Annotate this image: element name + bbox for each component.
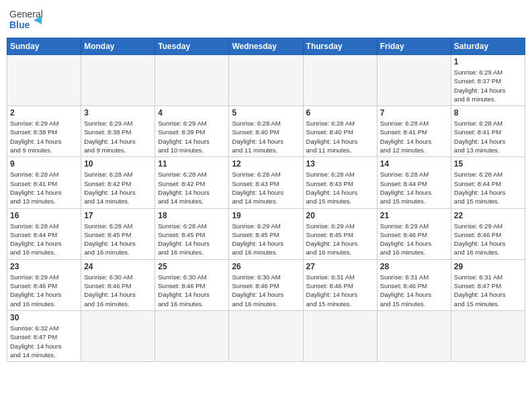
calendar-cell: 4Sunrise: 6:29 AM Sunset: 8:39 PM Daylig… [155, 106, 229, 157]
day-info: Sunrise: 6:29 AM Sunset: 8:46 PM Dayligh… [10, 273, 78, 308]
day-header-saturday: Saturday [451, 38, 525, 55]
day-header-tuesday: Tuesday [155, 38, 229, 55]
logo: GeneralBlue [9, 7, 43, 34]
calendar-cell [377, 310, 451, 361]
calendar-cell: 19Sunrise: 6:29 AM Sunset: 8:45 PM Dayli… [229, 208, 303, 259]
day-header-sunday: Sunday [7, 38, 81, 55]
calendar-cell: 17Sunrise: 6:28 AM Sunset: 8:45 PM Dayli… [81, 208, 155, 259]
calendar-cell: 22Sunrise: 6:29 AM Sunset: 8:46 PM Dayli… [451, 208, 525, 259]
calendar-cell [155, 310, 229, 361]
calendar-cell: 26Sunrise: 6:30 AM Sunset: 8:46 PM Dayli… [229, 259, 303, 310]
day-number: 20 [306, 211, 374, 220]
calendar-cell [81, 55, 155, 106]
calendar-week-row: 30Sunrise: 6:32 AM Sunset: 8:47 PM Dayli… [7, 310, 525, 361]
calendar-cell: 30Sunrise: 6:32 AM Sunset: 8:47 PM Dayli… [7, 310, 81, 361]
day-info: Sunrise: 6:29 AM Sunset: 8:38 PM Dayligh… [10, 119, 78, 154]
day-info: Sunrise: 6:30 AM Sunset: 8:46 PM Dayligh… [84, 273, 152, 308]
calendar-cell [229, 55, 303, 106]
day-number: 26 [232, 262, 300, 271]
day-info: Sunrise: 6:32 AM Sunset: 8:47 PM Dayligh… [10, 324, 78, 359]
day-header-wednesday: Wednesday [229, 38, 303, 55]
calendar-cell: 13Sunrise: 6:28 AM Sunset: 8:43 PM Dayli… [303, 157, 377, 208]
day-number: 24 [84, 262, 152, 271]
calendar-cell: 10Sunrise: 6:28 AM Sunset: 8:42 PM Dayli… [81, 157, 155, 208]
day-info: Sunrise: 6:29 AM Sunset: 8:39 PM Dayligh… [158, 119, 226, 154]
day-info: Sunrise: 6:28 AM Sunset: 8:45 PM Dayligh… [84, 222, 152, 257]
general-blue-logo-icon: GeneralBlue [9, 7, 43, 34]
calendar-cell: 2Sunrise: 6:29 AM Sunset: 8:38 PM Daylig… [7, 106, 81, 157]
day-number: 6 [306, 108, 374, 118]
day-number: 22 [454, 211, 522, 220]
calendar-cell: 24Sunrise: 6:30 AM Sunset: 8:46 PM Dayli… [81, 259, 155, 310]
calendar-header-row: SundayMondayTuesdayWednesdayThursdayFrid… [7, 38, 525, 55]
calendar-cell: 3Sunrise: 6:29 AM Sunset: 8:38 PM Daylig… [81, 106, 155, 157]
day-number: 18 [158, 211, 226, 220]
day-number: 21 [380, 211, 448, 220]
day-number: 4 [158, 108, 226, 118]
calendar-cell: 27Sunrise: 6:31 AM Sunset: 8:46 PM Dayli… [303, 259, 377, 310]
day-number: 12 [232, 159, 300, 169]
day-info: Sunrise: 6:28 AM Sunset: 8:41 PM Dayligh… [454, 119, 522, 154]
day-number: 11 [158, 159, 226, 169]
day-info: Sunrise: 6:28 AM Sunset: 8:42 PM Dayligh… [84, 170, 152, 205]
day-number: 29 [454, 262, 522, 271]
day-info: Sunrise: 6:28 AM Sunset: 8:41 PM Dayligh… [10, 170, 78, 205]
day-info: Sunrise: 6:28 AM Sunset: 8:44 PM Dayligh… [10, 222, 78, 257]
calendar-cell: 28Sunrise: 6:31 AM Sunset: 8:46 PM Dayli… [377, 259, 451, 310]
day-number: 25 [158, 262, 226, 271]
day-number: 8 [454, 108, 522, 118]
calendar-cell: 15Sunrise: 6:28 AM Sunset: 8:44 PM Dayli… [451, 157, 525, 208]
day-number: 1 [454, 57, 522, 66]
calendar-cell: 14Sunrise: 6:28 AM Sunset: 8:44 PM Dayli… [377, 157, 451, 208]
calendar-cell [377, 55, 451, 106]
day-number: 9 [10, 159, 78, 169]
calendar-cell: 20Sunrise: 6:29 AM Sunset: 8:45 PM Dayli… [303, 208, 377, 259]
day-info: Sunrise: 6:28 AM Sunset: 8:43 PM Dayligh… [232, 170, 300, 205]
day-info: Sunrise: 6:28 AM Sunset: 8:40 PM Dayligh… [306, 119, 374, 154]
calendar-cell: 21Sunrise: 6:29 AM Sunset: 8:46 PM Dayli… [377, 208, 451, 259]
day-info: Sunrise: 6:28 AM Sunset: 8:43 PM Dayligh… [306, 170, 374, 205]
calendar-cell [155, 55, 229, 106]
calendar-cell: 25Sunrise: 6:30 AM Sunset: 8:46 PM Dayli… [155, 259, 229, 310]
day-number: 2 [10, 108, 78, 118]
day-info: Sunrise: 6:28 AM Sunset: 8:45 PM Dayligh… [158, 222, 226, 257]
day-info: Sunrise: 6:28 AM Sunset: 8:41 PM Dayligh… [380, 119, 448, 154]
day-info: Sunrise: 6:31 AM Sunset: 8:46 PM Dayligh… [306, 273, 374, 308]
day-number: 28 [380, 262, 448, 271]
day-number: 30 [10, 313, 78, 322]
calendar-cell: 8Sunrise: 6:28 AM Sunset: 8:41 PM Daylig… [451, 106, 525, 157]
calendar-cell: 1Sunrise: 6:29 AM Sunset: 8:37 PM Daylig… [451, 55, 525, 106]
day-number: 5 [232, 108, 300, 118]
day-number: 7 [380, 108, 448, 118]
calendar-cell: 9Sunrise: 6:28 AM Sunset: 8:41 PM Daylig… [7, 157, 81, 208]
calendar-week-row: 23Sunrise: 6:29 AM Sunset: 8:46 PM Dayli… [7, 259, 525, 310]
day-info: Sunrise: 6:28 AM Sunset: 8:44 PM Dayligh… [454, 170, 522, 205]
calendar-cell [303, 55, 377, 106]
day-info: Sunrise: 6:30 AM Sunset: 8:46 PM Dayligh… [158, 273, 226, 308]
day-number: 16 [10, 211, 78, 220]
day-number: 10 [84, 159, 152, 169]
day-info: Sunrise: 6:31 AM Sunset: 8:47 PM Dayligh… [454, 273, 522, 308]
day-info: Sunrise: 6:29 AM Sunset: 8:46 PM Dayligh… [380, 222, 448, 257]
day-info: Sunrise: 6:28 AM Sunset: 8:40 PM Dayligh… [232, 119, 300, 154]
day-info: Sunrise: 6:28 AM Sunset: 8:44 PM Dayligh… [380, 170, 448, 205]
calendar-week-row: 9Sunrise: 6:28 AM Sunset: 8:41 PM Daylig… [7, 157, 525, 208]
day-number: 15 [454, 159, 522, 169]
calendar-cell: 18Sunrise: 6:28 AM Sunset: 8:45 PM Dayli… [155, 208, 229, 259]
svg-text:General: General [9, 9, 43, 19]
calendar-cell: 16Sunrise: 6:28 AM Sunset: 8:44 PM Dayli… [7, 208, 81, 259]
day-info: Sunrise: 6:31 AM Sunset: 8:46 PM Dayligh… [380, 273, 448, 308]
day-header-monday: Monday [81, 38, 155, 55]
day-info: Sunrise: 6:29 AM Sunset: 8:38 PM Dayligh… [84, 119, 152, 154]
day-number: 3 [84, 108, 152, 118]
calendar-week-row: 2Sunrise: 6:29 AM Sunset: 8:38 PM Daylig… [7, 106, 525, 157]
calendar-cell: 11Sunrise: 6:28 AM Sunset: 8:42 PM Dayli… [155, 157, 229, 208]
calendar-week-row: 16Sunrise: 6:28 AM Sunset: 8:44 PM Dayli… [7, 208, 525, 259]
day-info: Sunrise: 6:29 AM Sunset: 8:46 PM Dayligh… [454, 222, 522, 257]
calendar-cell [451, 310, 525, 361]
day-number: 17 [84, 211, 152, 220]
calendar-week-row: 1Sunrise: 6:29 AM Sunset: 8:37 PM Daylig… [7, 55, 525, 106]
calendar-cell [303, 310, 377, 361]
day-number: 19 [232, 211, 300, 220]
day-number: 27 [306, 262, 374, 271]
